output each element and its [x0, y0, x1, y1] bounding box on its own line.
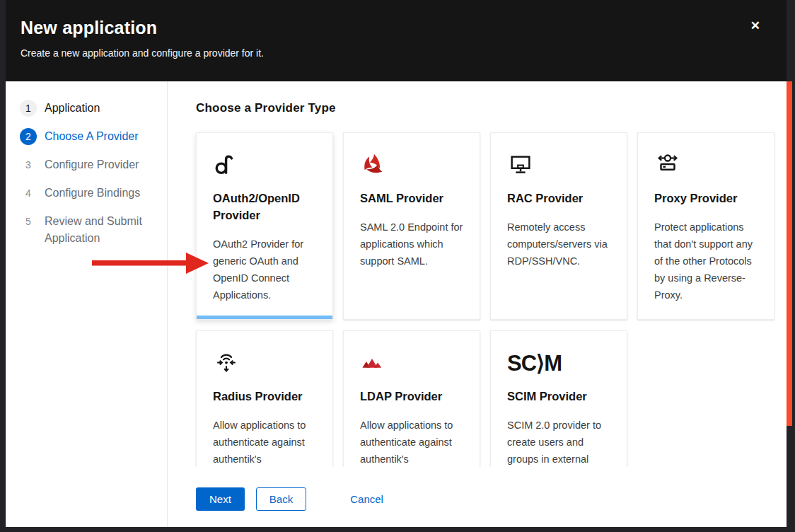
step-label: Application	[45, 100, 100, 117]
proxy-icon	[654, 151, 758, 179]
provider-card-title: SCIM Provider	[507, 388, 610, 405]
wizard-step-review-and-submit-application[interactable]: 5 Review and Submit Application	[20, 213, 158, 247]
new-application-modal: New application Create a new application…	[6, 0, 787, 527]
provider-card-description: Remotely access computers/servers via RD…	[507, 219, 610, 270]
saml-icon	[360, 151, 463, 179]
scrollbar-thumb[interactable]	[787, 81, 792, 426]
step-number-badge: 5	[20, 213, 37, 230]
provider-card-title: OAuth2/OpenID Provider	[213, 190, 316, 224]
provider-card-description: SCIM 2.0 provider to create users and gr…	[507, 417, 610, 467]
wizard-step-choose-a-provider[interactable]: 2 Choose A Provider	[20, 128, 158, 145]
provider-card-title: Radius Provider	[213, 388, 316, 405]
provider-card-proxy[interactable]: Proxy Provider Protect applications that…	[637, 132, 774, 320]
wizard-steps: 1 Application 2 Choose A Provider 3 Conf…	[6, 81, 168, 527]
ldap-icon	[360, 349, 463, 377]
step-label: Choose A Provider	[45, 128, 139, 145]
scim-icon: SC⟩M	[507, 349, 610, 377]
monitor-icon	[507, 151, 610, 179]
provider-scroll-area: Choose a Provider Type OAuth2/OpenID Pro…	[168, 81, 787, 467]
back-button[interactable]: Back	[256, 487, 306, 511]
modal-body: 1 Application 2 Choose A Provider 3 Conf…	[6, 81, 787, 527]
modal-header: New application Create a new application…	[6, 0, 787, 81]
provider-card-title: Proxy Provider	[654, 190, 758, 207]
close-icon[interactable]: ✕	[750, 20, 760, 32]
provider-card-title: RAC Provider	[507, 190, 610, 207]
step-number-badge: 2	[20, 128, 37, 145]
provider-card-title: SAML Provider	[360, 190, 463, 207]
cancel-link[interactable]: Cancel	[350, 487, 383, 511]
provider-card-ldap[interactable]: LDAP Provider Allow applications to auth…	[343, 330, 480, 467]
openid-icon	[213, 151, 316, 179]
provider-cards-grid: OAuth2/OpenID Provider OAuth2 Provider f…	[196, 132, 787, 467]
step-label: Configure Provider	[45, 156, 139, 173]
modal-subtitle: Create a new application and configure a…	[21, 47, 744, 59]
screen: New application Create a new application…	[0, 0, 795, 532]
wizard-main: Choose a Provider Type OAuth2/OpenID Pro…	[168, 81, 787, 527]
next-button[interactable]: Next	[196, 487, 245, 511]
radius-icon	[213, 349, 316, 377]
step-number-badge: 3	[20, 156, 37, 173]
provider-card-saml[interactable]: SAML Provider SAML 2.0 Endpoint for appl…	[343, 132, 480, 320]
provider-card-title: LDAP Provider	[360, 388, 463, 405]
provider-card-description: Allow applications to authenticate again…	[213, 417, 316, 467]
content-heading: Choose a Provider Type	[196, 101, 787, 115]
provider-card-scim[interactable]: SC⟩M SCIM Provider SCIM 2.0 provider to …	[490, 330, 627, 467]
provider-card-description: OAuth2 Provider for generic OAuth and Op…	[213, 236, 316, 303]
provider-card-description: Allow applications to authenticate again…	[360, 417, 463, 467]
step-number-badge: 1	[20, 100, 37, 117]
provider-card-description: SAML 2.0 Endpoint for applications which…	[360, 219, 463, 270]
provider-card-oauth2[interactable]: OAuth2/OpenID Provider OAuth2 Provider f…	[196, 132, 333, 320]
wizard-footer: Next Back Cancel	[168, 467, 787, 527]
step-label: Configure Bindings	[45, 185, 140, 202]
wizard-step-application[interactable]: 1 Application	[20, 100, 158, 117]
provider-card-description: Protect applications that don't support …	[654, 219, 758, 303]
provider-card-radius[interactable]: Radius Provider Allow applications to au…	[196, 330, 333, 467]
wizard-step-configure-provider[interactable]: 3 Configure Provider	[20, 156, 158, 173]
step-label: Review and Submit Application	[45, 213, 158, 247]
provider-card-rac[interactable]: RAC Provider Remotely access computers/s…	[490, 132, 627, 320]
wizard-step-configure-bindings[interactable]: 4 Configure Bindings	[20, 185, 158, 202]
step-number-badge: 4	[20, 185, 37, 202]
modal-title: New application	[21, 18, 744, 38]
